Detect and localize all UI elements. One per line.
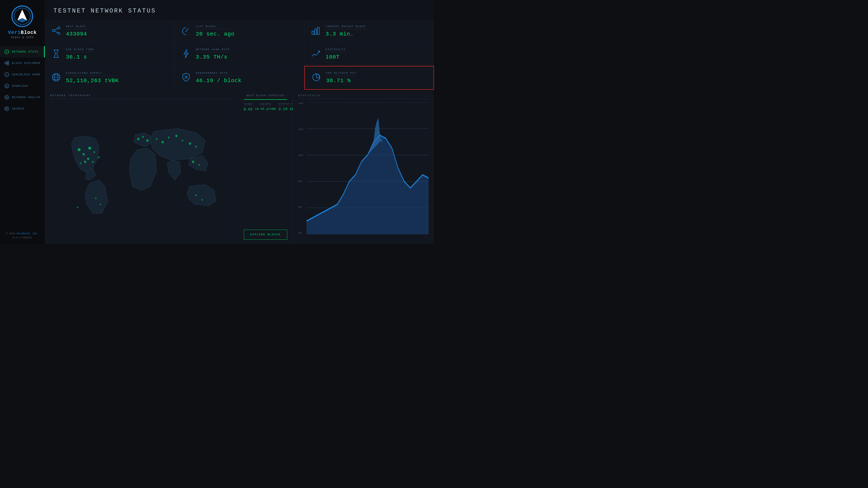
bottom-section: NETWORK TOPOGRAPHY [45,90,434,244]
svg-point-59 [195,145,197,148]
stat-value: 433094 [66,31,87,37]
nav-label-search: SEARCH [12,107,24,110]
svg-point-15 [6,108,7,109]
stat-label: POP BITCOIN PCT [326,72,356,76]
nav-menu: NETWORK STATS BLOCK EXPLORER V VERIBLOCK… [0,46,45,232]
nb-stat-blocksize: BLOCKSIZE AVG 3.19 kB [278,103,294,111]
stat-label: BEST BLOCK [66,25,87,29]
nb-value: 10.95 μtVBK [255,107,276,110]
download-icon [4,84,9,88]
sidebar-item-block-explorer[interactable]: BLOCK EXPLORER [0,58,45,69]
stat-label: NETWORK HASH RATE [196,48,230,52]
svg-point-44 [93,151,95,153]
chart-y-labels: 40T 60T 80T 100T 120T 140T [299,102,304,240]
y-label-1: 140T [299,102,304,105]
globe-icon [51,72,61,84]
svg-point-13 [6,97,7,98]
stat-card-pop-bitcoin-pct: POP BITCOIN PCT 38.71 % [304,66,434,90]
explore-blocks-button[interactable]: EXPLORE BLOCKS [244,230,287,240]
stat-value: 52,110,263 tVBK [66,77,119,84]
lightning-icon [181,49,191,60]
stat-content-last-block: LAST BLOCK 20 sec. ago [196,25,235,37]
y-label-5: 60T [299,206,304,208]
svg-point-43 [88,147,91,150]
logo-area: VeriBlock Stats & Info [5,0,39,43]
nb-stat-fee-byte: FEE/BYTE 10.95 μtVBK [255,103,276,111]
svg-rect-27 [317,27,319,34]
svg-line-40 [316,77,319,78]
next-block-stats: TX/SEC 0.02 FEE/BYTE 10.95 μtVBK BLOCKSI… [244,103,287,111]
sidebar-item-veriblock-home[interactable]: V VERIBLOCK HOME [0,69,45,80]
svg-point-24 [186,31,187,32]
sidebar-item-network-stats[interactable]: NETWORK STATS [0,46,45,58]
page-title: TESTNET NETWORK STATUS [45,0,434,20]
stat-value: 3.3 min. [326,31,366,37]
svg-point-48 [84,161,86,163]
stat-value: 20 sec. ago [196,31,235,37]
difficulty-chart-area: 40T 60T 80T 100T 120T 140T [299,102,429,240]
svg-marker-14 [5,106,9,111]
nav-label-download: DOWNLOAD [12,85,28,88]
svg-point-51 [142,136,144,138]
block-explorer-icon [4,61,9,66]
footer-info: © 2018 VeriBlock, Inc. 0.0.1-CI00242 [6,232,38,240]
svg-text:V: V [6,74,8,76]
stat-value: 100T [326,54,346,60]
hexagon-network-icon [4,50,9,54]
sidebar-item-search[interactable]: SEARCH [0,103,45,115]
svg-point-19 [58,32,60,34]
bar-chart-icon [311,26,321,37]
stat-card-last-block: LAST BLOCK 20 sec. ago [175,20,304,42]
map-panel: NETWORK TOPOGRAPHY [45,90,238,244]
svg-rect-6 [5,62,6,64]
stat-card-avg-block-time: AVG BLOCK TIME 36.1 s [45,43,175,66]
svg-line-20 [55,29,58,30]
stat-content-avg-block-time: AVG BLOCK TIME 36.1 s [66,48,94,60]
svg-point-50 [137,138,140,140]
stat-label: AVG BLOCK TIME [66,48,94,52]
nav-label-block-explorer: BLOCK EXPLORER [12,62,40,65]
stat-content-pop-bitcoin-pct: POP BITCOIN PCT 38.71 % [326,72,356,84]
footer-link[interactable]: VeriBlock, Inc. [17,232,38,235]
nb-label: BLOCKSIZE AVG [278,103,294,106]
sidebar-item-network-health[interactable]: NETWORK HEALTH [0,92,45,103]
svg-point-47 [80,162,82,164]
nav-label-veriblock-home: VERIBLOCK HOME [12,73,40,76]
svg-point-55 [168,137,170,138]
y-label-3: 100T [299,154,304,156]
stat-content-hash-rate: NETWORK HASH RATE 3.35 TH/s [196,48,230,60]
svg-point-62 [95,197,97,199]
y-label-4: 80T [299,180,304,183]
svg-point-53 [156,138,158,140]
svg-rect-8 [7,63,9,65]
nav-label-network-stats: NETWORK STATS [12,51,38,54]
svg-point-64 [77,206,79,208]
stat-card-difficulty: DIFFICULTY 100T [304,43,434,66]
veriblock-home-icon: V [4,72,9,77]
svg-point-58 [189,142,191,145]
network-health-icon [4,95,9,100]
stat-content-longest-recent: LONGEST RECENT BLOCK 3.3 min. [326,25,366,37]
svg-marker-12 [5,95,9,99]
next-block-panel: NEXT BLOCK EXPECTED TX/SEC 0.02 FEE/BYTE… [239,90,293,244]
nb-value: 3.19 kB [279,107,294,111]
pie-chart-icon [311,72,321,84]
stat-value: 46.19 / block [196,77,242,84]
svg-point-5 [6,51,7,52]
nb-value: 0.02 [244,107,253,111]
sidebar-item-download[interactable]: DOWNLOAD [0,80,45,92]
stat-label: LAST BLOCK [196,25,235,29]
svg-point-61 [198,164,200,166]
map-panel-title: NETWORK TOPOGRAPHY [50,94,233,99]
stat-label: ENDORSEMENT RATE [196,72,242,76]
stat-value: 38.71 % [326,77,356,84]
svg-point-65 [195,194,197,196]
nb-stat-tx-sec: TX/SEC 0.02 [244,103,253,111]
svg-point-42 [83,153,85,155]
stat-label: DIFFICULTY [326,48,346,52]
svg-point-54 [161,141,164,143]
next-block-title: NEXT BLOCK EXPECTED [244,94,287,100]
svg-point-41 [78,148,81,151]
nb-label: FEE/BYTE [260,103,271,106]
stat-label: LONGEST RECENT BLOCK [326,25,366,29]
